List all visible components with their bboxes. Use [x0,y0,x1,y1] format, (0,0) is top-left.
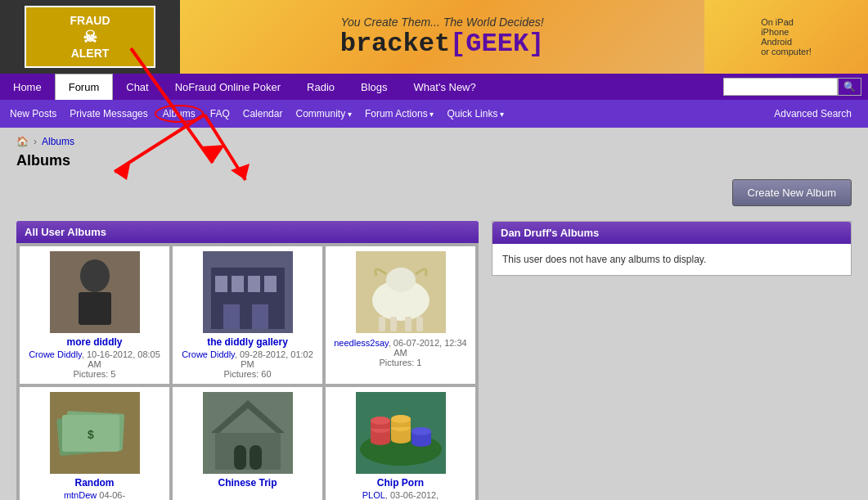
svg-rect-10 [264,276,277,292]
all-user-albums-header: All User Albums [16,221,479,243]
svg-point-42 [391,415,411,423]
album-pictures-1: Pictures: 5 [74,369,116,379]
svg-rect-30 [250,445,262,470]
album-meta-6: PLOL, 03-06-2012, [362,490,439,500]
album-meta-1: Crowe Diddly, 10-16-2012, 08:05 AM Pictu… [25,349,164,379]
album-title-4[interactable]: Random [75,477,115,489]
banner-left: FRAUD ☠ ALERT [0,0,180,74]
subnav-community[interactable]: Community [289,104,358,124]
album-thumb-6 [356,392,446,474]
nav-forum[interactable]: Forum [55,74,114,100]
breadcrumb-separator: › [34,136,37,147]
banner-tagline: You Create Them... The World Decides! [340,16,545,29]
subnav-newposts[interactable]: New Posts [3,104,63,124]
nav-whatsnew[interactable]: What's New? [401,74,489,100]
subnav-quicklinks[interactable]: Quick Links [440,104,510,124]
user-albums-empty-message: This user does not have any albums to di… [502,254,706,265]
album-author-2[interactable]: Crowe Diddly [182,349,235,359]
content-row: All User Albums more diddly Crowe [16,221,852,500]
nav-chat[interactable]: Chat [113,74,161,100]
svg-point-15 [386,268,416,292]
subnav-calendar[interactable]: Calendar [236,104,290,124]
home-icon: 🏠 [16,136,29,147]
top-nav-bar: Home Forum Chat NoFraud Online Poker Rad… [0,74,868,100]
album-pictures-3: Pictures: 1 [380,358,422,367]
svg-rect-18 [405,317,412,331]
album-card-5: Chinese Trip [173,387,322,500]
svg-rect-4 [79,292,111,325]
subnav-privatemessages[interactable]: Private Messages [63,104,154,124]
banner-brand: bracket[GEEK] [340,29,545,59]
svg-rect-26 [215,433,281,470]
subnav-faq[interactable]: FAQ [204,104,236,124]
album-meta-4: mtnDew 04-06- [64,490,125,500]
svg-rect-16 [379,317,385,331]
album-thumb-2 [203,251,293,333]
subnav-forumactions[interactable]: Forum Actions [358,104,440,124]
album-title-5[interactable]: Chinese Trip [218,477,277,489]
svg-point-37 [371,417,390,425]
advanced-search-anchor[interactable]: Advanced Search [767,104,858,124]
banner-text: You Create Them... The World Decides! br… [340,16,545,59]
main-content: 🏠 › Albums Albums Create New Album All U… [0,128,868,500]
skull-icon: ☠ [33,27,147,47]
svg-rect-12 [252,304,268,329]
svg-rect-17 [390,317,397,331]
album-title-2[interactable]: the diddly gallery [207,336,288,348]
nav-poker[interactable]: NoFraud Online Poker [162,74,294,100]
search-input[interactable] [723,78,838,96]
banner-main: You Create Them... The World Decides! br… [180,0,704,74]
fraud-alert: FRAUD ☠ ALERT [25,6,155,68]
user-albums-header: Dan Druff's Albums [492,222,851,244]
svg-point-3 [80,259,110,292]
svg-rect-8 [232,276,244,292]
nav-home[interactable]: Home [0,74,55,100]
album-date-4: 04-06- [99,490,125,500]
svg-text:$: $ [88,428,94,441]
album-author-3[interactable]: needless2say [334,338,388,348]
svg-rect-7 [215,276,227,292]
nav-blogs[interactable]: Blogs [348,74,401,100]
nav-radio[interactable]: Radio [294,74,348,100]
create-album-button[interactable]: Create New Album [732,179,852,206]
album-card-1: more diddly Crowe Diddly, 10-16-2012, 08… [20,246,169,384]
album-title-6[interactable]: Chip Porn [377,477,424,489]
subnav-albums[interactable]: Albums [155,105,204,123]
album-thumb-5 [203,392,293,474]
album-card-2: the diddly gallery Crowe Diddly, 09-28-2… [173,246,322,384]
left-panel: All User Albums more diddly Crowe [16,221,479,500]
svg-rect-19 [416,317,423,331]
svg-rect-9 [248,276,260,292]
album-card-3: needless2say, 06-07-2012, 12:34 AM Pictu… [326,246,475,384]
advanced-search-link[interactable]: Advanced Search [761,100,865,128]
create-album-area: Create New Album [16,179,852,214]
banner-aside-text: On iPadiPhoneAndroidor computer! [761,17,812,56]
user-albums-box: Dan Druff's Albums This user does not ha… [492,221,852,276]
sub-nav-bar: New Posts Private Messages Albums FAQ Ca… [0,100,868,128]
album-title-1[interactable]: more diddly [66,336,122,348]
user-albums-content: This user does not have any albums to di… [492,244,851,275]
search-button[interactable]: 🔍 [838,78,861,96]
top-nav: FRAUD ☠ ALERT You Create Them... The Wor… [0,0,868,128]
album-thumb-1 [50,251,140,333]
svg-rect-29 [234,445,246,470]
fraud-text-2: ALERT [33,47,147,60]
album-author-1[interactable]: Crowe Diddly [29,349,82,359]
search-area: 🔍 [723,78,868,96]
album-pictures-2: Pictures: 60 [223,369,271,379]
album-author-6[interactable]: PLOL [362,490,385,500]
album-meta-3: needless2say, 06-07-2012, 12:34 AM Pictu… [331,338,470,367]
banner-aside: On iPadiPhoneAndroidor computer! [704,0,868,74]
svg-rect-11 [223,304,240,329]
breadcrumb: 🏠 › Albums [16,136,852,147]
album-date-3: 06-07-2012, 12:34 AM [394,338,467,358]
album-meta-2: Crowe Diddly, 09-28-2012, 01:02 PM Pictu… [178,349,317,379]
album-thumb-3 [356,251,446,333]
fraud-text-1: FRAUD [33,14,147,27]
album-date-2: 09-28-2012, 01:02 PM [240,349,313,369]
album-author-4[interactable]: mtnDew [64,490,97,500]
albums-grid: more diddly Crowe Diddly, 10-16-2012, 08… [16,243,479,500]
right-panel: Dan Druff's Albums This user does not ha… [492,221,852,500]
album-card-6: Chip Porn PLOL, 03-06-2012, [326,387,475,500]
breadcrumb-albums[interactable]: Albums [42,136,74,147]
